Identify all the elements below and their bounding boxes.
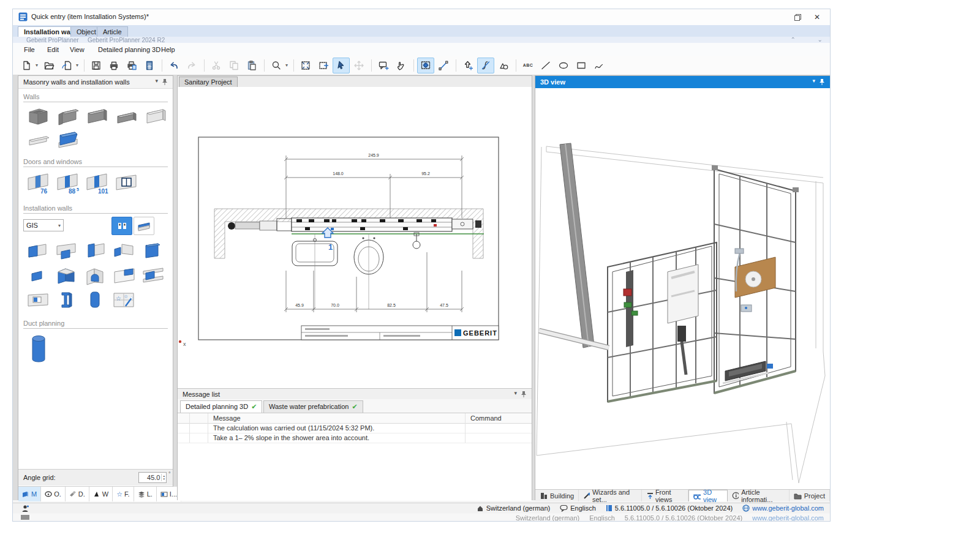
wall-type-thin-icon[interactable] (24, 130, 51, 152)
installation-wall-type-3[interactable] (82, 240, 107, 261)
tab-article[interactable]: Article (97, 26, 128, 37)
wall-type-light-icon[interactable] (142, 105, 169, 127)
pin-icon[interactable] (819, 78, 825, 86)
paste-button[interactable] (243, 58, 260, 73)
dock-tab-front-views[interactable]: Front views (642, 490, 688, 501)
status-website-link[interactable]: www.geberit-global.com (752, 504, 824, 512)
view-mode-panel-toggle[interactable] (134, 217, 154, 235)
installation-wall-type-11[interactable] (24, 289, 49, 310)
wall-type-corner-icon[interactable] (54, 105, 81, 127)
print-button[interactable] (105, 58, 123, 73)
new-dropdown[interactable]: ▾ (36, 58, 40, 73)
dock-tab-article-information[interactable]: Article informati... (728, 490, 789, 501)
angle-grid-input[interactable]: 45.0 ▴▾ (138, 472, 167, 483)
print-preview-button[interactable] (123, 58, 140, 73)
rectangle-tool-button[interactable] (573, 58, 590, 73)
status-website[interactable]: www.geberit-global.com (742, 504, 824, 512)
hand-tool-button[interactable] (393, 58, 410, 73)
ellipse-tool-button[interactable] (555, 58, 572, 73)
zoom-extents-button[interactable] (297, 58, 314, 73)
arrow-up-button[interactable] (459, 58, 477, 73)
import-button[interactable] (58, 58, 75, 73)
restore-button[interactable] (790, 12, 805, 23)
mini-tab-objects[interactable]: O. (41, 487, 66, 501)
installation-wall-type-12[interactable] (53, 289, 78, 310)
comment-button[interactable] (375, 58, 392, 73)
status-language[interactable]: Englisch (560, 504, 596, 512)
polyline-tool-button[interactable] (590, 58, 608, 73)
installation-wall-type-7[interactable] (53, 264, 78, 285)
text-tool-button[interactable]: ABC (519, 58, 537, 73)
close-button[interactable]: ✕ (809, 12, 825, 23)
duct-cylinder-icon[interactable] (29, 333, 48, 365)
door-88-icon[interactable]: 885 (54, 170, 81, 196)
3d-view-caret[interactable]: ▾ (812, 78, 815, 84)
move-button[interactable] (350, 58, 368, 73)
slope-toggle-button[interactable] (477, 58, 494, 73)
installation-wall-type-1[interactable] (24, 240, 49, 261)
line-tool-button[interactable] (537, 58, 554, 73)
dock-tab-3d-view[interactable]: 3D view (688, 490, 728, 501)
tab-sanitary-project[interactable]: Sanitary Project (179, 77, 238, 88)
tab-waste-water-prefabrication[interactable]: Waste water prefabrication ✔ (263, 400, 363, 413)
message-row[interactable]: The calculation was carried out (11/15/2… (178, 423, 532, 433)
open-button[interactable] (40, 58, 58, 73)
menu-help[interactable]: Help (159, 45, 178, 54)
installation-wall-type-9[interactable] (111, 264, 135, 285)
wall-type-straight-icon[interactable] (83, 105, 110, 127)
dock-tab-project[interactable]: Project (790, 490, 830, 501)
left-panel-menu-caret[interactable]: ▾ (155, 78, 158, 84)
menu-detailed-planning-3d[interactable]: Detailed planning 3D (96, 45, 163, 54)
select-elements-button[interactable] (417, 58, 434, 73)
copy-button[interactable] (225, 58, 243, 73)
door-76-icon[interactable]: 76 (24, 170, 51, 196)
zoom-dropdown[interactable]: ▾ (285, 58, 290, 73)
new-button[interactable] (18, 58, 35, 73)
message-row[interactable]: Take a 1– 2% slope in the shower area in… (178, 433, 532, 443)
angle-grid-spinner[interactable]: ▴▾ (161, 474, 166, 481)
installation-wall-type-10[interactable] (140, 264, 164, 285)
message-col-message[interactable]: Message (208, 413, 466, 423)
tab-detailed-planning-3d[interactable]: Detailed planning 3D ✔ (180, 400, 262, 413)
mini-tab-ducts[interactable]: D. (66, 487, 89, 501)
installation-wall-type-2[interactable] (53, 240, 78, 261)
menu-edit[interactable]: Edit (45, 45, 61, 54)
3d-viewport[interactable] (535, 88, 830, 489)
spinner-down-icon[interactable]: ▾ (163, 478, 165, 481)
drawing-canvas[interactable]: 1 245.9 148.0 95 (178, 87, 532, 389)
zoom-button[interactable] (268, 58, 285, 73)
import-dropdown[interactable]: ▾ (76, 58, 81, 73)
zoom-window-button[interactable] (315, 58, 332, 73)
window-icon[interactable] (113, 170, 140, 196)
save-button[interactable] (88, 58, 105, 73)
wall-type-prewall-icon[interactable] (54, 130, 81, 152)
installation-wall-type-13[interactable] (82, 289, 107, 310)
view-mode-frame-toggle[interactable] (111, 217, 132, 235)
door-101-icon[interactable]: 101 (83, 170, 110, 196)
menu-view[interactable]: View (67, 45, 87, 54)
installation-wall-type-5[interactable] (140, 240, 164, 261)
wall-type-low-icon[interactable] (113, 105, 140, 127)
installation-wall-type-4[interactable] (111, 240, 135, 261)
mini-tab-wizards[interactable]: W (89, 487, 113, 501)
mini-tab-favorites[interactable]: ☆F. (113, 487, 134, 501)
dock-tab-wizards[interactable]: Wizards and set... (579, 490, 642, 501)
shapes-button[interactable] (495, 58, 512, 73)
message-list-caret[interactable]: ▾ (514, 390, 517, 396)
menu-file[interactable]: File (21, 45, 37, 54)
pin-icon[interactable] (521, 391, 527, 398)
system-select[interactable]: GIS ▾ (23, 219, 64, 231)
status-version[interactable]: 5.6.11005.0 / 5.6.10026 (Oktober 2024) (606, 504, 733, 512)
installation-wall-type-8[interactable] (82, 264, 107, 285)
dock-tab-building[interactable]: Building (535, 490, 579, 501)
redo-button[interactable] (183, 58, 200, 73)
user-icon[interactable] (21, 504, 29, 512)
mini-tab-layers[interactable]: L. (134, 487, 157, 501)
select-button[interactable] (333, 58, 350, 73)
cut-button[interactable] (208, 58, 225, 73)
mini-tab-masonry[interactable]: M (18, 487, 41, 501)
status-region[interactable]: Switzerland (german) (477, 504, 551, 512)
wall-type-room-icon[interactable] (24, 105, 51, 127)
measure-button[interactable] (435, 58, 452, 73)
installation-wall-type-6[interactable] (24, 264, 49, 285)
